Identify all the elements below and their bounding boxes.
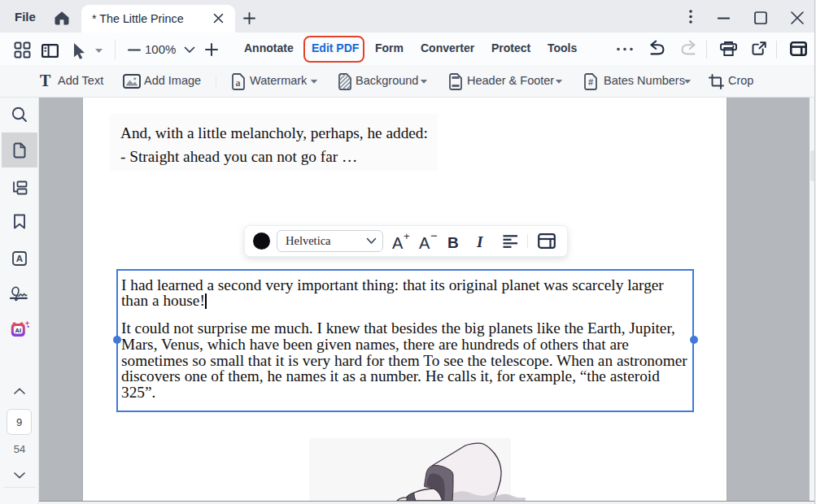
svg-text:#: #	[588, 77, 593, 87]
svg-text:AI: AI	[15, 327, 22, 334]
svg-text:a: a	[236, 77, 241, 89]
svg-text:A: A	[16, 254, 23, 263]
